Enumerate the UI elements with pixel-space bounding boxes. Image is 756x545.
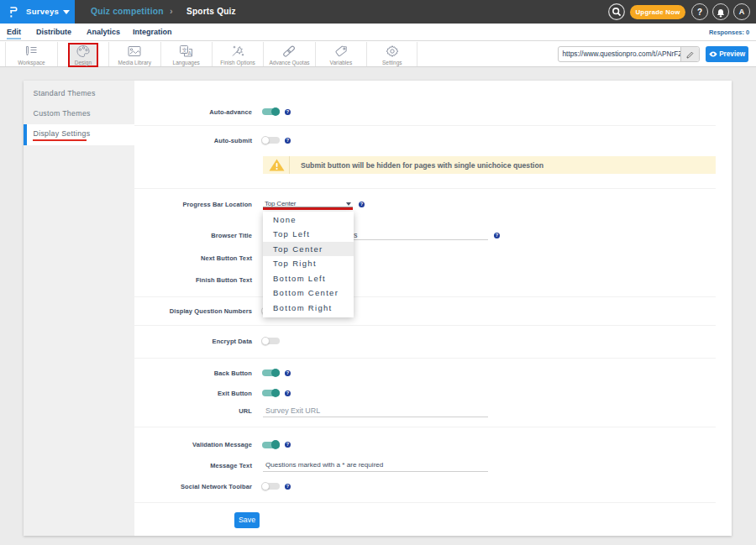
svg-text:A: A	[187, 50, 192, 56]
svg-text:文: 文	[181, 47, 187, 53]
